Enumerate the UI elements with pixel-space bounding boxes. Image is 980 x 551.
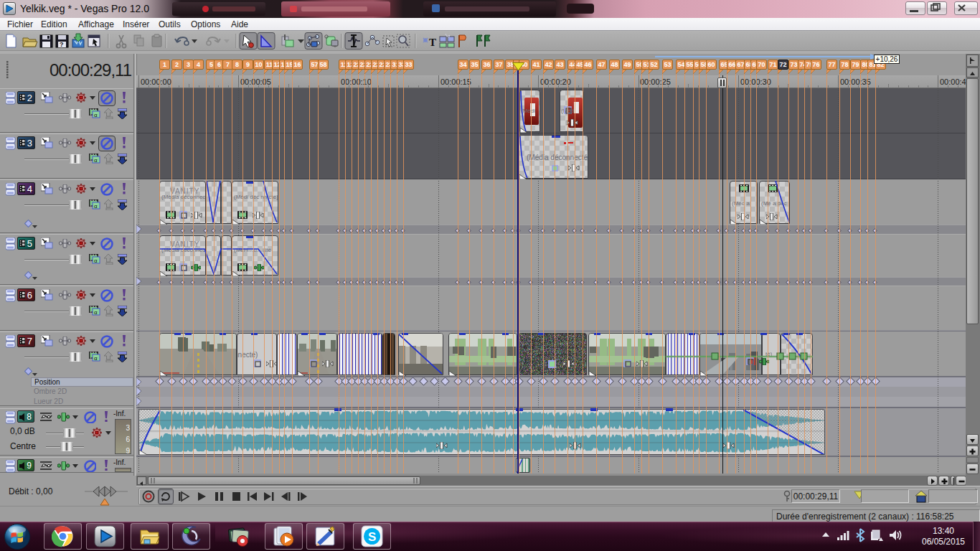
svg-text:T: T: [429, 37, 436, 48]
svg-text:?: ?: [60, 41, 64, 48]
svg-text:S: S: [368, 530, 376, 544]
